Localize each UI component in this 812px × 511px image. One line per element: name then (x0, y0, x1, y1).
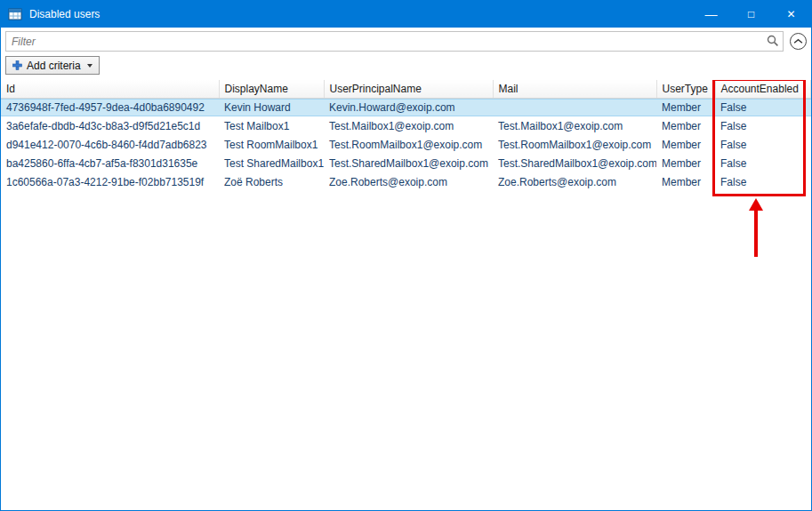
add-criteria-label: Add criteria (27, 60, 81, 72)
column-header-accountenabled[interactable]: AccountEnabled (715, 80, 811, 98)
column-header-userprincipalname[interactable]: UserPrincipalName (324, 80, 493, 98)
table-cell: False (715, 154, 811, 172)
minimize-button[interactable]: — (691, 1, 731, 28)
table-cell: Test.RoomMailbox1@exoip.com (324, 135, 493, 154)
plus-icon (12, 60, 22, 70)
title-bar: Disabled users — □ ✕ (1, 1, 811, 28)
table-cell: Test SharedMailbox1 (219, 154, 324, 172)
table-cell: Member (656, 98, 715, 116)
filter-input[interactable] (5, 31, 784, 52)
table-cell: Member (656, 172, 715, 191)
table-cell: Member (656, 154, 715, 172)
table-cell: Zoe.Roberts@exoip.com (493, 172, 656, 191)
table-cell: Member (656, 116, 715, 135)
table-row[interactable]: 1c60566a-07a3-4212-91be-f02bb713519fZoë … (1, 172, 811, 191)
add-criteria-button[interactable]: Add criteria (5, 56, 100, 75)
results-table: IdDisplayNameUserPrincipalNameMailUserTy… (1, 80, 811, 191)
table-cell: Test.Mailbox1@exoip.com (324, 116, 493, 135)
table-row[interactable]: ba425860-6ffa-4cb7-af5a-f8301d31635eTest… (1, 154, 811, 172)
table-cell: 3a6efafe-dbdb-4d3c-b8a3-d9f5d21e5c1d (1, 116, 219, 135)
column-header-id[interactable]: Id (1, 80, 219, 98)
table-cell: d941e412-0070-4c6b-8460-f4dd7adb6823 (1, 135, 219, 154)
table-cell: False (715, 116, 811, 135)
table-cell: Test.SharedMailbox1@exoip.com (493, 154, 656, 172)
table-cell: 1c60566a-07a3-4212-91be-f02bb713519f (1, 172, 219, 191)
table-cell: Test.RoomMailbox1@exoip.com (493, 135, 656, 154)
table-row[interactable]: 4736948f-7fed-4957-9dea-4d0ba6890492Kevi… (1, 98, 811, 116)
table-header: IdDisplayNameUserPrincipalNameMailUserTy… (1, 80, 811, 98)
window-controls: — □ ✕ (691, 1, 811, 28)
table-cell: Test.SharedMailbox1@exoip.com (324, 154, 493, 172)
table-row[interactable]: d941e412-0070-4c6b-8460-f4dd7adb6823Test… (1, 135, 811, 154)
table-cell: Test.Mailbox1@exoip.com (493, 116, 656, 135)
filter-row (1, 28, 811, 54)
column-header-mail[interactable]: Mail (493, 80, 656, 98)
chevron-down-icon (87, 64, 92, 68)
search-icon (767, 35, 779, 47)
close-button[interactable]: ✕ (771, 1, 811, 28)
table-cell: False (715, 135, 811, 154)
table-cell: Kevin Howard (219, 98, 324, 116)
column-header-displayname[interactable]: DisplayName (219, 80, 324, 98)
table-cell: Member (656, 135, 715, 154)
table-cell (493, 98, 656, 116)
collapse-criteria-button[interactable] (790, 33, 807, 50)
table-cell: 4736948f-7fed-4957-9dea-4d0ba6890492 (1, 98, 219, 116)
window: Disabled users — □ ✕ (0, 0, 812, 511)
data-grid: IdDisplayNameUserPrincipalNameMailUserTy… (1, 80, 811, 510)
table-cell: Zoe.Roberts@exoip.com (324, 172, 493, 191)
table-cell: Zoë Roberts (219, 172, 324, 191)
table-cell: Test Mailbox1 (219, 116, 324, 135)
table-cell: Kevin.Howard@exoip.com (324, 98, 493, 116)
maximize-button[interactable]: □ (731, 1, 771, 28)
window-title: Disabled users (29, 8, 691, 20)
chevron-up-icon (793, 38, 803, 44)
table-cell: Test RoomMailbox1 (219, 135, 324, 154)
table-cell: False (715, 172, 811, 191)
column-header-usertype[interactable]: UserType (656, 80, 715, 98)
table-cell: False (715, 98, 811, 116)
filter-input-wrap (5, 31, 784, 52)
table-cell: ba425860-6ffa-4cb7-af5a-f8301d31635e (1, 154, 219, 172)
criteria-row: Add criteria (1, 54, 811, 80)
annotation-arrow-icon (749, 198, 763, 257)
gridview-app-icon (8, 7, 22, 21)
table-row[interactable]: 3a6efafe-dbdb-4d3c-b8a3-d9f5d21e5c1dTest… (1, 116, 811, 135)
